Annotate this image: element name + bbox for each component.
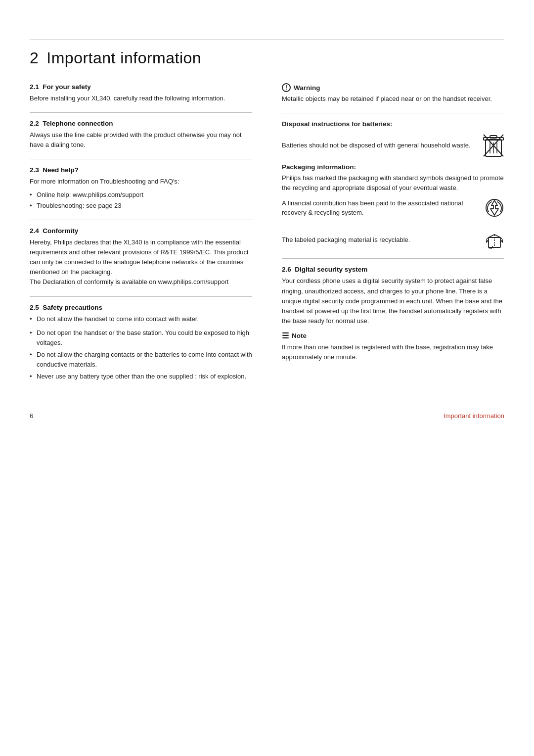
section-2-6-body: Your cordless phone uses a digital secur… bbox=[282, 276, 504, 326]
divider-warning bbox=[282, 113, 504, 113]
section-2-4: 2.4 Conformity Hereby, Philips declares … bbox=[30, 227, 252, 287]
section-packaging: Packaging information: Philips has marke… bbox=[282, 163, 504, 249]
packaging-title: Packaging information: bbox=[282, 163, 504, 171]
divider-2-3 bbox=[30, 220, 252, 220]
divider-2-4 bbox=[30, 296, 252, 297]
section-2-1-title: 2.1 For your safety bbox=[30, 83, 252, 91]
bullet-charging-contacts: Do not allow the charging contacts or th… bbox=[30, 350, 252, 370]
bullet-water: Do not allow the handset to come into co… bbox=[30, 314, 252, 324]
recycling-icon bbox=[485, 198, 504, 218]
footer: 6 Important information bbox=[30, 412, 504, 420]
section-2-2-body: Always use the line cable provided with … bbox=[30, 130, 252, 150]
section-2-3-title: 2.3 Need help? bbox=[30, 166, 252, 174]
section-2-3-number: 2.3 bbox=[30, 166, 43, 174]
bullet-troubleshooting: Troubleshooting: see page 23 bbox=[30, 201, 252, 211]
section-2-4-body: Hereby, Philips declares that the XL340 … bbox=[30, 237, 252, 287]
divider-2-1 bbox=[30, 112, 252, 113]
section-2-3: 2.3 Need help? For more information on T… bbox=[30, 166, 252, 210]
recycling-svg bbox=[485, 198, 504, 218]
section-2-4-number: 2.4 bbox=[30, 227, 43, 235]
packaging-body: Philips has marked the packaging with st… bbox=[282, 173, 504, 193]
divider-2-2 bbox=[30, 159, 252, 159]
right-column: ! Warning Metallic objects may be retain… bbox=[282, 83, 504, 382]
warning-title: ! Warning bbox=[282, 83, 504, 92]
section-2-1: 2.1 For your safety Before installing yo… bbox=[30, 83, 252, 103]
section-2-5-title: 2.5 Safety precautions bbox=[30, 304, 252, 311]
page-container: 2Important information 2.1 For your safe… bbox=[30, 40, 504, 420]
bullet-battery-type: Never use any battery type other than th… bbox=[30, 372, 252, 381]
section-2-5-number: 2.5 bbox=[30, 304, 43, 311]
divider-packaging bbox=[282, 258, 504, 259]
svg-point-8 bbox=[486, 199, 503, 216]
section-2-4-title: 2.4 Conformity bbox=[30, 227, 252, 235]
section-2-6: 2.6 Digital security system Your cordles… bbox=[282, 266, 504, 362]
labeled-packaging-row: The labeled packaging material is recycl… bbox=[282, 230, 504, 249]
chapter-heading: 2Important information bbox=[30, 49, 504, 67]
disposal-body: Batteries should not be disposed of with… bbox=[282, 141, 483, 150]
warning-icon: ! bbox=[282, 83, 291, 92]
bullet-base-station: Do not open the handset or the base stat… bbox=[30, 328, 252, 348]
section-2-3-body: For more information on Troubleshooting … bbox=[30, 177, 252, 187]
packaging-recyclable-svg bbox=[485, 230, 504, 249]
note-icon: ☰ bbox=[282, 331, 289, 340]
two-column-layout: 2.1 For your safety Before installing yo… bbox=[30, 83, 504, 382]
section-disposal: Disposal instructions for batteries: Bat… bbox=[282, 120, 504, 158]
section-2-1-body: Before installing your XL340, carefully … bbox=[30, 94, 252, 103]
section-2-6-title: 2.6 Digital security system bbox=[282, 266, 504, 273]
battery-disposal-icon bbox=[483, 133, 504, 158]
section-2-5: 2.5 Safety precautions Do not allow the … bbox=[30, 304, 252, 382]
section-2-2-title: 2.2 Telephone connection bbox=[30, 120, 252, 127]
disposal-icon-row: Batteries should not be disposed of with… bbox=[282, 133, 504, 158]
packaging-recyclable-icon bbox=[485, 230, 504, 249]
section-2-1-number: 2.1 bbox=[30, 83, 43, 91]
bullet-online-help: Online help: www.philips.com/support bbox=[30, 190, 252, 200]
warning-label: Warning bbox=[294, 84, 320, 92]
financial-text: A financial contribution has been paid t… bbox=[282, 198, 485, 218]
top-rule bbox=[30, 40, 504, 40]
chapter-number: 2 bbox=[30, 49, 39, 67]
section-2-6-number: 2.6 bbox=[282, 266, 295, 273]
section-2-2-number: 2.2 bbox=[30, 120, 43, 127]
labeled-text: The labeled packaging material is recycl… bbox=[282, 235, 485, 245]
footer-chapter-label: Important information bbox=[444, 412, 504, 420]
disposal-title: Disposal instructions for batteries: bbox=[282, 120, 504, 128]
warning-body: Metallic objects may be retained if plac… bbox=[282, 94, 504, 104]
footer-page-number: 6 bbox=[30, 412, 33, 420]
note-body: If more than one handset is registered w… bbox=[282, 342, 504, 362]
left-column: 2.1 For your safety Before installing yo… bbox=[30, 83, 252, 382]
svg-rect-2 bbox=[490, 136, 497, 138]
section-2-2: 2.2 Telephone connection Always use the … bbox=[30, 120, 252, 150]
note-title: ☰ Note bbox=[282, 331, 504, 340]
section-2-3-bullets: Online help: www.philips.com/support Tro… bbox=[30, 190, 252, 211]
section-warning: ! Warning Metallic objects may be retain… bbox=[282, 83, 504, 104]
chapter-title: Important information bbox=[46, 49, 201, 67]
section-2-5-bullets: Do not allow the handset to come into co… bbox=[30, 314, 252, 382]
note-label: Note bbox=[292, 332, 307, 339]
financial-row: A financial contribution has been paid t… bbox=[282, 198, 504, 218]
